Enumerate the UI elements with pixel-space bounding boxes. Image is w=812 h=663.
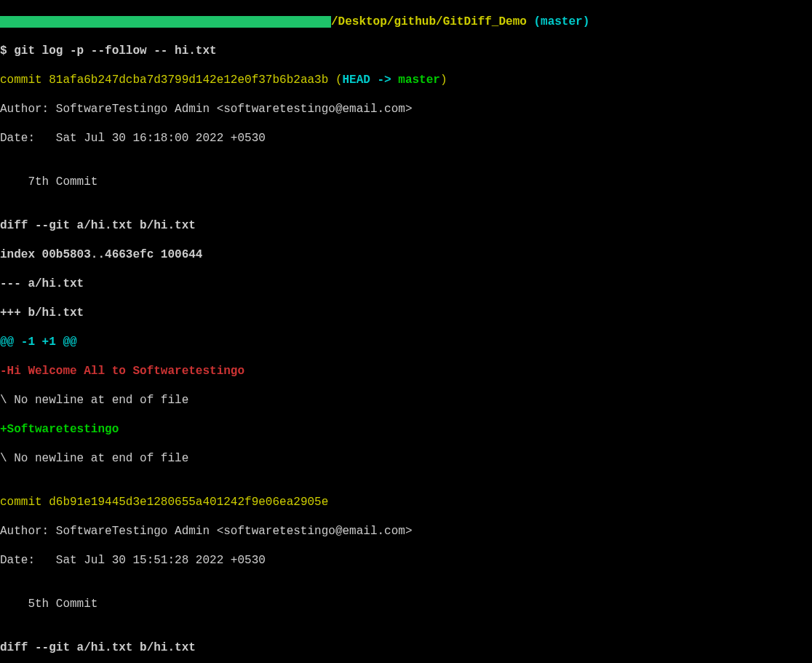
title-bar: /Desktop/github/GitDiff_Demo (master) [0,15,812,29]
author-line: Author: SoftwareTestingo Admin <software… [0,102,812,116]
branch-name: master [541,15,583,29]
author-line: Author: SoftwareTestingo Admin <software… [0,524,812,539]
diff-index: index 00b5803..4663efc 100644 [0,247,812,262]
commit-label: commit [0,496,49,509]
shell-prompt: $ [0,44,14,57]
no-newline-marker: \ No newline at end of file [0,451,812,466]
commit-line: commit 81afa6b247dcba7d3799d142e12e0f37b… [0,73,812,87]
terminal-output[interactable]: /Desktop/github/GitDiff_Demo (master) $ … [0,0,812,663]
diff-removed-line: -Hi Welcome All to Softwaretestingo [0,364,812,378]
diff-plus-file: +++ b/hi.txt [0,306,812,320]
head-ref: HEAD -> [342,74,398,87]
no-newline-marker: \ No newline at end of file [0,393,812,408]
date-line: Date: Sat Jul 30 16:18:00 2022 +0530 [0,131,812,146]
ref-open: ( [328,74,342,87]
commit-hash: d6b91e19445d3e1280655a401242f9e06ea2905e [49,496,328,509]
commit-label: commit [0,74,49,87]
command-line: $ git log -p --follow -- hi.txt [0,44,812,58]
diff-hunk: @@ -1 +1 @@ [0,335,812,349]
branch-paren-open: ( [527,15,541,29]
branch-paren-close: ) [583,15,590,29]
commit-line: commit d6b91e19445d3e1280655a401242f9e06… [0,495,812,509]
date-line: Date: Sat Jul 30 15:51:28 2022 +0530 [0,553,812,568]
entered-command: git log -p --follow -- hi.txt [14,44,216,57]
diff-added-line: +Softwaretestingo [0,422,812,437]
ref-close: ) [440,74,447,87]
master-ref: master [398,74,440,87]
commit-hash: 81afa6b247dcba7d3799d142e12e0f37b6b2aa3b [49,74,328,87]
diff-minus-file: --- a/hi.txt [0,277,812,291]
commit-message: 7th Commit [0,175,812,189]
diff-header: diff --git a/hi.txt b/hi.txt [0,218,812,233]
title-bar-highlight [0,16,331,28]
commit-message: 5th Commit [0,597,812,611]
diff-header: diff --git a/hi.txt b/hi.txt [0,640,812,655]
cwd-path: /Desktop/github/GitDiff_Demo [331,15,527,29]
